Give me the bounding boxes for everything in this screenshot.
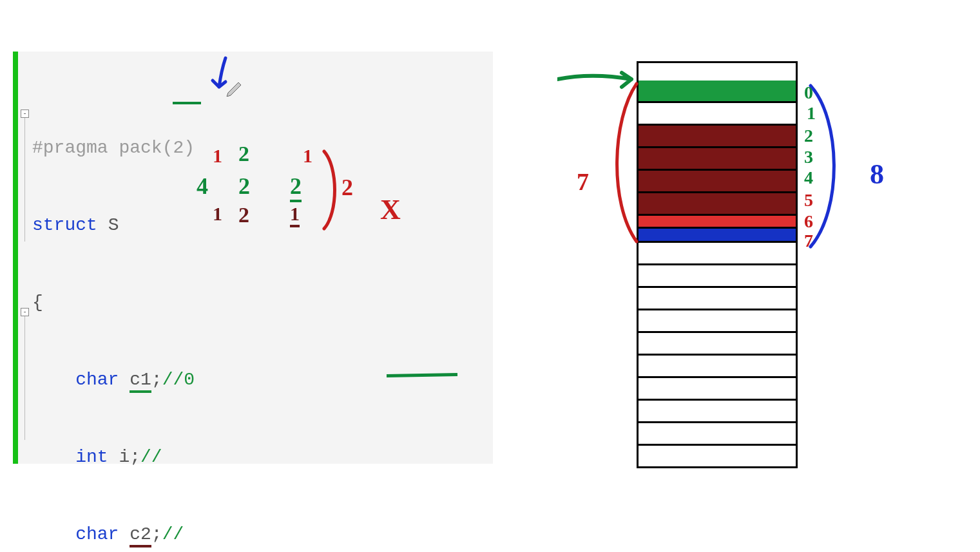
mem-idx-4: 4 [804,167,813,188]
mem-row-9 [637,288,798,310]
fold-toggle-struct[interactable]: - [21,109,29,118]
mem-idx-5: 5 [804,190,813,211]
mem-row-7 [637,243,798,265]
memory-total-right: 8 [870,158,884,191]
mem-row-0 [637,81,798,103]
memory-left-bracket [606,81,641,248]
fold-line-struct [24,118,25,242]
mem-row-8 [637,265,798,288]
code-line-pragma-pack-2: #pragma pack(2) [32,135,493,161]
mem-row-10 [637,310,798,333]
mem-row-6 [637,229,798,243]
code-line-open-brace: { [32,290,493,316]
mem-row-5 [637,193,798,216]
mem-row-11 [637,333,798,356]
mem-row-2 [637,126,798,148]
mem-row-15 [637,423,798,446]
code-body[interactable]: #pragma pack(2) struct S { char c1;//0 i… [32,52,493,464]
fold-toggle-main[interactable]: - [21,308,29,316]
code-line-c1: char c1;//0 [32,367,493,393]
fold-line-main [24,316,25,440]
mem-idx-7: 7 [804,231,813,251]
mem-row-12 [637,356,798,378]
mem-row-1 [637,103,798,126]
memory-pointer-arrow [557,68,638,93]
mem-row-pre [637,61,798,81]
mem-row-5b [637,216,798,229]
mem-idx-6: 6 [804,211,813,232]
mem-row-16 [637,446,798,468]
code-editor-panel: - - #pragma pack(2) struct S { char c1;/… [13,52,493,464]
mem-row-4 [637,171,798,193]
code-line-struct-decl: struct S [32,213,493,238]
mem-row-3 [637,148,798,171]
code-line-c2: char c2;// [32,522,493,547]
mem-idx-2: 2 [804,126,813,146]
memory-diagram [637,61,798,468]
memory-total-left: 7 [577,167,589,196]
code-line-i: int i;// [32,444,493,470]
mem-idx-1: 1 [807,103,816,124]
mem-row-13 [637,378,798,401]
mem-idx-0: 0 [804,82,813,103]
fold-gutter: - - [18,52,32,464]
mem-row-14 [637,401,798,423]
mem-idx-3: 3 [804,147,813,167]
change-marker-bar [13,52,18,464]
